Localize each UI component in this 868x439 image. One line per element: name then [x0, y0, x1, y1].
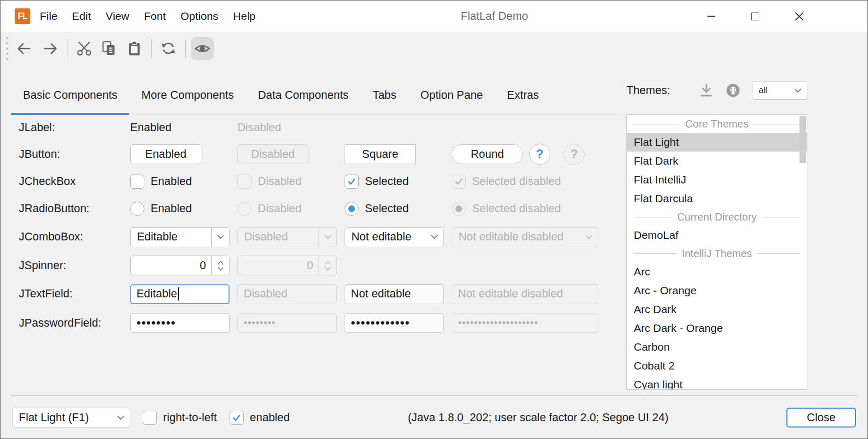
combo-value: Disabled: [238, 230, 318, 244]
jbutton-help-disabled: ?: [564, 144, 585, 165]
theme-separator: Current Directory: [627, 208, 807, 226]
theme-item-carbon[interactable]: Carbon: [627, 338, 807, 356]
theme-item-arc[interactable]: Arc: [627, 262, 807, 281]
laf-selector-combo[interactable]: Flat Light (F1): [12, 408, 130, 428]
theme-item-cyan-light[interactable]: Cyan light: [627, 375, 807, 390]
theme-item-arc-dark[interactable]: Arc Dark: [627, 300, 807, 319]
chevron-up-icon: [325, 261, 331, 265]
back-button[interactable]: [13, 37, 36, 60]
copy-button[interactable]: [98, 37, 121, 60]
textfield-value: Not editable disabled: [458, 287, 563, 301]
jcheckbox-selected-disabled-label: Selected disabled: [472, 175, 561, 188]
jtextfield-editable[interactable]: Editable: [130, 284, 230, 304]
tab-more-components[interactable]: More Components: [129, 79, 246, 115]
theme-item-arc-orange[interactable]: Arc - Orange: [627, 281, 807, 300]
enabled-checkbox[interactable]: enabled: [230, 411, 290, 425]
forward-button[interactable]: [39, 37, 62, 60]
chevron-down-icon: [318, 228, 336, 247]
menu-file[interactable]: File: [32, 1, 65, 32]
github-icon: [725, 82, 741, 99]
jradiobutton-enabled[interactable]: Enabled: [130, 202, 237, 216]
titlebar: FL File Edit View Font Options Help Flat…: [1, 1, 867, 32]
theme-item-cobalt-2[interactable]: Cobalt 2: [627, 356, 807, 375]
status-text: (Java 1.8.0_202; user scale factor 2.0; …: [290, 411, 786, 424]
menu-help[interactable]: Help: [226, 1, 263, 32]
tab-extras[interactable]: Extras: [495, 79, 551, 115]
themes-header: Themes: all: [626, 79, 807, 102]
password-dots: ••••••••: [244, 313, 276, 333]
chevron-down-icon[interactable]: [789, 82, 807, 99]
jbutton-round[interactable]: Round: [452, 144, 523, 164]
forward-icon: [41, 40, 59, 57]
eye-icon: [193, 40, 211, 57]
basic-components-panel: JLabel: Enabled Disabled JButton: Enable…: [19, 114, 600, 338]
jradiobutton-selected[interactable]: Selected: [345, 202, 452, 216]
jpasswordfield-not-editable[interactable]: ••••••••••••: [345, 313, 444, 333]
jradiobutton-selected-disabled: Selected disabled: [452, 202, 600, 216]
chevron-down-icon[interactable]: [426, 228, 443, 247]
radio-selected-icon: [345, 202, 359, 216]
row-label-jcombobox: JComboBox:: [19, 230, 130, 244]
theme-separator: Core Themes: [627, 115, 807, 133]
close-button[interactable]: Close: [786, 408, 856, 428]
show-hover-effects-toggle[interactable]: [191, 37, 214, 60]
spinner-buttons[interactable]: [211, 256, 229, 275]
jcheckbox-enabled[interactable]: Enabled: [130, 175, 237, 189]
menu-view[interactable]: View: [98, 1, 136, 32]
tab-tabs[interactable]: Tabs: [361, 79, 408, 115]
window-controls: [689, 1, 821, 32]
jbutton-help[interactable]: ?: [529, 144, 550, 165]
row-label-jpasswordfield: JPasswordField:: [19, 317, 130, 330]
jcombobox-not-editable-disabled: Not editable disabled: [452, 227, 598, 247]
tab-data-components[interactable]: Data Components: [246, 79, 360, 115]
copy-icon: [100, 40, 118, 57]
jtextfield-not-editable-disabled: Not editable disabled: [452, 284, 598, 304]
right-to-left-checkbox[interactable]: right-to-left: [143, 411, 217, 425]
menu-options[interactable]: Options: [173, 1, 225, 32]
toolbar-grip[interactable]: [6, 37, 8, 60]
menu-edit[interactable]: Edit: [65, 1, 98, 32]
jcheckbox-selected[interactable]: Selected: [345, 175, 452, 189]
theme-item-arc-dark-orange[interactable]: Arc Dark - Orange: [627, 319, 807, 338]
minimize-icon: [707, 16, 715, 17]
github-button[interactable]: [725, 82, 741, 99]
chevron-down-icon[interactable]: [112, 408, 130, 427]
scrollbar-thumb[interactable]: [800, 116, 806, 163]
back-icon: [15, 40, 33, 57]
theme-item-flat-light[interactable]: Flat Light: [627, 133, 807, 152]
theme-item-demolaf[interactable]: DemoLaf: [627, 226, 807, 245]
download-themes-button[interactable]: [699, 83, 714, 98]
theme-item-flat-darcula[interactable]: Flat Darcula: [627, 189, 807, 208]
minimize-button[interactable]: [689, 1, 733, 32]
cut-button[interactable]: [73, 37, 96, 60]
theme-item-flat-dark[interactable]: Flat Dark: [627, 152, 807, 170]
menu-font[interactable]: Font: [136, 1, 173, 32]
jspinner-enabled[interactable]: 0: [130, 256, 230, 275]
jbutton-disabled: Disabled: [237, 144, 309, 164]
jpasswordfield-enabled[interactable]: ••••••••: [130, 313, 230, 333]
refresh-icon: [159, 40, 177, 57]
maximize-button[interactable]: [733, 1, 777, 32]
checkbox-unchecked-icon: [143, 411, 157, 425]
paste-button[interactable]: [123, 37, 146, 60]
tab-basic-components[interactable]: Basic Components: [11, 79, 129, 115]
textfield-value: Disabled: [244, 287, 288, 301]
jcheckbox-enabled-label: Enabled: [151, 175, 192, 188]
download-icon: [699, 83, 714, 98]
spinner-value: 0: [238, 259, 318, 272]
row-label-jtextfield: JTextField:: [19, 287, 130, 301]
tab-option-pane[interactable]: Option Pane: [408, 79, 495, 115]
jbutton-enabled[interactable]: Enabled: [130, 144, 201, 164]
chevron-down-icon[interactable]: [211, 228, 229, 247]
jbutton-square[interactable]: Square: [345, 144, 416, 164]
jcombobox-disabled: Disabled: [237, 227, 337, 247]
jcheckbox-disabled-label: Disabled: [258, 175, 302, 188]
jtextfield-not-editable[interactable]: Not editable: [345, 284, 444, 304]
chevron-down-icon: [218, 267, 224, 271]
themes-filter-combo[interactable]: all: [752, 81, 807, 100]
jcombobox-not-editable[interactable]: Not editable: [345, 227, 444, 247]
refresh-button[interactable]: [157, 37, 180, 60]
theme-item-flat-intellij[interactable]: Flat IntelliJ: [627, 170, 807, 189]
close-window-button[interactable]: [777, 1, 821, 32]
jcombobox-editable[interactable]: Editable: [130, 227, 230, 247]
